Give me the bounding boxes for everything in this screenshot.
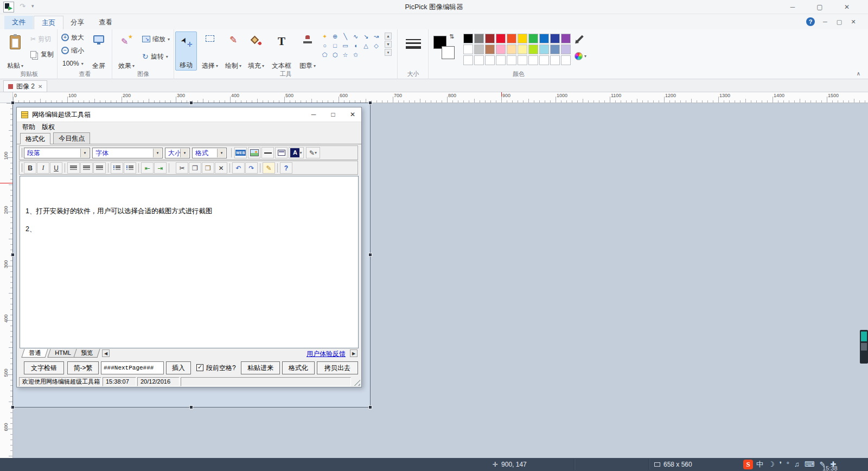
app-logo-icon[interactable]: ▶ [3, 2, 14, 12]
shape-15[interactable]: ✩ [350, 50, 361, 60]
shapes-scroll-down[interactable]: ▼ [385, 41, 392, 48]
color-swatch[interactable] [496, 55, 506, 65]
move-tool-button[interactable]: ➤✛ 移动 [175, 31, 197, 71]
shape-4[interactable]: ↘ [361, 32, 371, 41]
selection-handle[interactable] [189, 405, 193, 409]
stamp-tool-button[interactable]: 图章▾ [297, 31, 318, 71]
bold-button[interactable]: B [24, 162, 36, 174]
font-combo[interactable]: 字体▾ [92, 148, 163, 158]
shape-14[interactable]: ☆ [340, 50, 350, 60]
ribbon-close-icon[interactable]: ✕ [845, 14, 861, 29]
align-right-button[interactable] [93, 162, 106, 174]
foreground-background-swatch[interactable]: ⇅ [432, 33, 459, 61]
insert-button[interactable]: 插入 [166, 361, 191, 374]
chevron-down-icon[interactable]: ▾ [217, 149, 226, 157]
paste-button[interactable]: ❒ [202, 162, 214, 174]
fill-tool-button[interactable]: 填充▾ [246, 31, 266, 71]
zoom-in-button[interactable]: + 放大 [61, 32, 84, 43]
color-swatch[interactable] [550, 44, 560, 54]
color-swatch[interactable] [463, 44, 473, 54]
collapse-ribbon-icon[interactable]: ∧ [857, 71, 860, 77]
underline-button[interactable]: U [50, 162, 62, 174]
editor-title-bar[interactable]: 网络编辑超级工具箱 ─ □ ✕ [17, 107, 361, 122]
copy-button[interactable]: 复制 [30, 49, 54, 60]
chevron-down-icon[interactable]: ▾ [180, 149, 189, 157]
view-tab-normal[interactable]: 普通 [21, 349, 48, 358]
tab-file[interactable]: 文件 [4, 16, 33, 29]
shape-1[interactable]: ⊕ [330, 32, 340, 41]
shapes-more[interactable]: ▾ [385, 49, 392, 56]
selection-handle[interactable] [11, 405, 15, 409]
color-swatch[interactable] [539, 55, 549, 65]
editor-close-button[interactable]: ✕ [343, 107, 362, 122]
tab-share[interactable]: 分享 [63, 16, 92, 29]
help-button[interactable]: ? [280, 162, 292, 174]
shape-2[interactable]: ╲ [340, 32, 350, 41]
feedback-link[interactable]: 用户体验反馈 [307, 349, 346, 359]
fullscreen-button[interactable]: 全屏 [87, 31, 110, 71]
color-swatch[interactable] [474, 34, 484, 43]
close-tab-icon[interactable]: ✕ [38, 84, 42, 90]
tabs-scroll-right[interactable]: ▶ [350, 349, 358, 357]
space-before-checkbox[interactable] [196, 364, 203, 371]
size-combo[interactable]: 大小▾ [165, 148, 190, 158]
qat-dropdown-icon[interactable]: ▾ [31, 3, 34, 9]
align-center-button[interactable] [80, 162, 93, 174]
more-colors-button[interactable]: ▾ [575, 52, 586, 60]
color-swatch[interactable] [507, 55, 516, 65]
color-swatch[interactable] [463, 55, 473, 65]
font-color-button[interactable]: A▾ [289, 147, 304, 158]
color-swatch[interactable] [561, 44, 571, 54]
color-swatch[interactable] [518, 55, 527, 65]
resize-button[interactable]: ↘ 缩放 ▾ [142, 34, 170, 44]
rotate-button[interactable]: ↻ 旋转 ▾ [142, 51, 168, 62]
swap-colors-icon[interactable]: ⇅ [449, 33, 454, 40]
color-swatch[interactable] [507, 34, 516, 43]
color-swatch[interactable] [507, 44, 516, 54]
color-swatch[interactable] [550, 55, 560, 65]
shape-0[interactable]: ✦ [320, 32, 330, 41]
maximize-button[interactable]: ▢ [808, 0, 831, 14]
insert-table-button[interactable] [275, 147, 288, 158]
shapes-scroll-up[interactable]: ▲ [385, 33, 392, 40]
image-surface[interactable]: 网络编辑超级工具箱 ─ □ ✕ 帮助 版权 格式化 今日焦点 段落▾ 字体▾ [13, 103, 370, 407]
paste-button[interactable]: 粘贴▾ [3, 31, 27, 71]
eyedropper-icon[interactable] [576, 35, 583, 42]
select-tool-button[interactable]: 选择▾ [199, 31, 221, 71]
paste-in-button[interactable]: 粘贴进来 [241, 361, 280, 374]
chevron-down-icon[interactable]: ▾ [153, 149, 162, 157]
shape-12[interactable]: ⬠ [320, 50, 330, 60]
textbox-tool-button[interactable]: T 文本框 [269, 31, 295, 71]
indent-button[interactable]: ⇥ [154, 162, 167, 174]
draw-tool-button[interactable]: ✎ 绘制▾ [223, 31, 244, 71]
numbered-list-button[interactable] [111, 162, 123, 174]
insert-image-button[interactable] [248, 147, 260, 158]
color-swatch[interactable] [518, 44, 527, 54]
selection-handle[interactable] [11, 101, 15, 105]
shape-7[interactable]: □ [330, 41, 340, 50]
redo-icon[interactable]: ↷ [20, 2, 25, 10]
halfwidth-icon[interactable]: ☽ [768, 458, 775, 471]
minimize-button[interactable]: ─ [781, 0, 804, 14]
color-swatch[interactable] [485, 55, 495, 65]
paragraph-combo[interactable]: 段落▾ [24, 148, 90, 158]
punctuation-icon[interactable]: ❜ [780, 458, 782, 471]
color-swatch[interactable] [539, 34, 549, 43]
color-swatch[interactable] [474, 55, 484, 65]
scrollbar-thumb[interactable] [860, 330, 868, 364]
color-swatch[interactable] [485, 34, 495, 43]
color-swatch[interactable] [528, 55, 538, 65]
color-swatch[interactable] [561, 55, 571, 65]
edit-note-button[interactable]: ✎ [263, 162, 275, 174]
copy-out-button[interactable]: 拷贝出去 [317, 361, 358, 374]
editor-minimize-button[interactable]: ─ [304, 107, 323, 122]
editor-text-area[interactable]: 1、打开安装好的软件，用户可以选择合适的截图方式进行截图 2、 [20, 176, 359, 348]
color-swatch[interactable] [518, 34, 527, 43]
web-button[interactable]: WEB [234, 147, 247, 158]
shape-8[interactable]: ▭ [340, 41, 350, 50]
shape-9[interactable]: ◖ [350, 41, 361, 50]
sogou-logo-icon[interactable]: S [743, 460, 753, 469]
brush-button[interactable]: ✎▾ [306, 147, 320, 158]
color-swatch[interactable] [485, 44, 495, 54]
cut-button[interactable]: ✂ 剪切 [30, 34, 51, 44]
